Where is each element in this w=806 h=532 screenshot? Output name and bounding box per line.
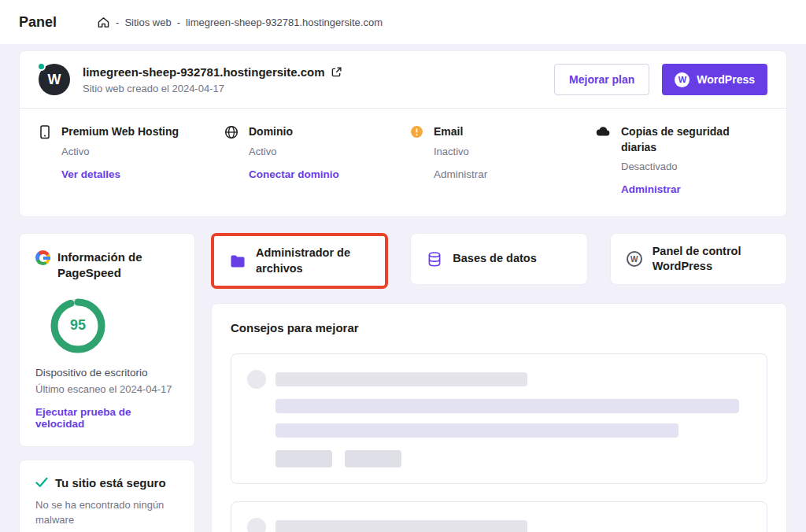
databases-card[interactable]: Bases de datos	[410, 233, 587, 285]
security-description: No se ha encontrado ningún malware	[35, 497, 179, 528]
service-action-link[interactable]: Administrar	[434, 168, 487, 180]
site-overview-card: W limegreen-sheep-932781.hostingersite.c…	[19, 50, 787, 217]
breadcrumb-domain: limegreen-sheep-932781.hostingersite.com	[186, 17, 383, 28]
tips-title: Consejos para mejorar	[231, 321, 767, 334]
skeleton-line	[275, 520, 527, 532]
page-content: W limegreen-sheep-932781.hostingersite.c…	[0, 44, 806, 532]
upgrade-plan-button[interactable]: Mejorar plan	[554, 64, 649, 95]
service-email: Email Inactivo Administrar	[410, 124, 596, 196]
cloud-icon	[596, 125, 611, 137]
annotation-highlight-box: Administrador de archivos	[211, 233, 388, 289]
wordpress-button[interactable]: W WordPress	[662, 64, 767, 95]
external-link-icon[interactable]	[331, 67, 342, 77]
breadcrumb-dash-2: -	[177, 17, 180, 28]
wordpress-icon: W	[675, 72, 690, 87]
home-icon[interactable]	[98, 17, 109, 28]
run-speed-test-link[interactable]: Ejecutar prueba de velocidad	[35, 406, 179, 430]
tip-skeleton-item	[231, 353, 767, 484]
warning-icon	[410, 125, 423, 139]
service-title: Premium Web Hosting	[61, 124, 179, 140]
site-avatar: W	[39, 64, 70, 95]
quick-link-label: Bases de datos	[453, 251, 536, 267]
service-domain: Dominio Activo Conectar dominio	[224, 124, 410, 196]
service-title: Email	[434, 124, 487, 140]
tip-skeleton-item	[231, 501, 767, 532]
quick-link-label: Panel de control WordPress	[653, 244, 771, 275]
database-icon	[427, 251, 442, 268]
topbar: Panel - Sitios web - limegreen-sheep-932…	[0, 0, 806, 44]
skeleton-pill	[345, 450, 401, 467]
pagespeed-card: Información de PageSpeed 95 Dispositivo …	[19, 233, 195, 447]
skeleton-line	[275, 423, 678, 438]
skeleton-pill	[275, 450, 332, 467]
site-domain: limegreen-sheep-932781.hostingersite.com	[83, 65, 325, 79]
tips-card: Consejos para mejorar	[211, 303, 787, 532]
skeleton-circle	[247, 370, 266, 389]
check-icon	[35, 477, 48, 488]
wordpress-icon: W	[627, 251, 642, 267]
site-created-text: Sitio web creado el 2024-04-17	[83, 83, 542, 94]
pagespeed-score: 95	[48, 296, 108, 356]
skeleton-line	[275, 399, 739, 413]
globe-icon	[224, 125, 238, 139]
pagespeed-title: Información de PageSpeed	[57, 249, 179, 282]
service-hosting: Premium Web Hosting Activo Ver detalles	[39, 124, 224, 196]
breadcrumb: - Sitios web - limegreen-sheep-932781.ho…	[98, 17, 383, 28]
pagespeed-score-donut: 95	[48, 296, 108, 356]
skeleton-circle	[247, 518, 266, 532]
skeleton-line	[275, 372, 527, 386]
online-status-dot	[37, 62, 46, 71]
security-card: Tu sitio está seguro No se ha encontrado…	[19, 460, 195, 532]
folder-icon	[230, 254, 246, 268]
service-title: Dominio	[249, 124, 339, 140]
quick-link-label: Administrador de archivos	[256, 246, 369, 276]
pagespeed-last-scan: Último escaneo el 2024-04-17	[35, 383, 179, 395]
service-action-link[interactable]: Conectar dominio	[249, 168, 339, 180]
service-status: Desactivado	[621, 161, 767, 172]
service-status: Inactivo	[434, 146, 487, 157]
service-backups: Copias de seguridad diarias Desactivado …	[596, 124, 767, 196]
pagespeed-device: Dispositivo de escritorio	[35, 367, 179, 379]
service-action-link[interactable]: Ver detalles	[61, 168, 120, 180]
service-action-link[interactable]: Administrar	[621, 183, 681, 195]
breadcrumb-section[interactable]: Sitios web	[124, 17, 171, 28]
right-column: Administrador de archivos Bases de datos	[211, 233, 787, 532]
security-title: Tu sitio está seguro	[55, 476, 166, 490]
page-title: Panel	[19, 14, 57, 31]
service-status: Activo	[249, 146, 339, 157]
breadcrumb-dash: -	[116, 17, 119, 28]
quick-links-row: Administrador de archivos Bases de datos	[211, 233, 787, 289]
wordpress-dashboard-card[interactable]: W Panel de control WordPress	[610, 233, 787, 285]
wordpress-button-label: WordPress	[697, 73, 755, 86]
services-row: Premium Web Hosting Activo Ver detalles …	[20, 109, 786, 216]
service-title: Copias de seguridad diarias	[621, 124, 767, 155]
google-icon	[35, 250, 50, 265]
hosting-icon	[39, 125, 51, 139]
left-column: Información de PageSpeed 95 Dispositivo …	[19, 233, 195, 532]
service-status: Activo	[61, 146, 179, 157]
file-manager-card[interactable]: Administrador de archivos	[214, 236, 385, 286]
